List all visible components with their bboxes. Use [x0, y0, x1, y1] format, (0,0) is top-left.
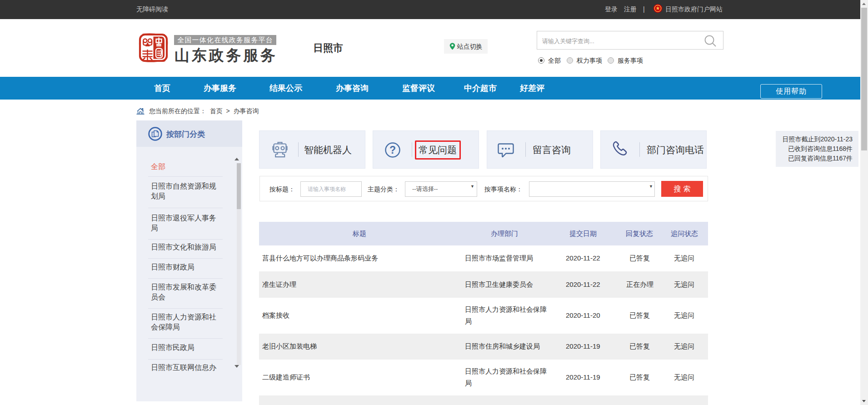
svg-text:?: ? — [389, 144, 396, 156]
